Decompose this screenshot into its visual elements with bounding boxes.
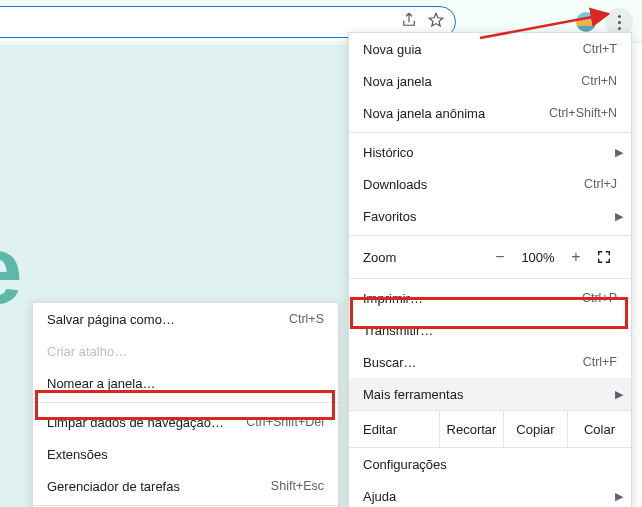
submenu-create-shortcut: Criar atalho… [33, 335, 338, 367]
menu-downloads[interactable]: DownloadsCtrl+J [349, 168, 631, 200]
chevron-right-icon: ▶ [615, 210, 623, 223]
chevron-right-icon: ▶ [615, 490, 623, 503]
bookmark-star-icon[interactable] [427, 11, 445, 29]
menu-new-tab[interactable]: Nova guiaCtrl+T [349, 33, 631, 65]
edit-label: Editar [349, 411, 439, 447]
chrome-main-menu: Nova guiaCtrl+T Nova janelaCtrl+N Nova j… [348, 32, 632, 507]
submenu-task-manager[interactable]: Gerenciador de tarefasShift+Esc [33, 470, 338, 502]
menu-bookmarks[interactable]: Favoritos▶ [349, 200, 631, 232]
menu-settings[interactable]: Configurações [349, 448, 631, 480]
share-icon[interactable] [400, 11, 418, 29]
zoom-label: Zoom [363, 250, 485, 265]
menu-help[interactable]: Ajuda▶ [349, 480, 631, 507]
zoom-value: 100% [515, 250, 561, 265]
menu-more-tools[interactable]: Mais ferramentas▶ [349, 378, 631, 410]
chevron-right-icon: ▶ [615, 388, 623, 401]
submenu-clear-browsing-data[interactable]: Limpar dados de navegação…Ctrl+Shift+Del [33, 406, 338, 438]
zoom-in-button[interactable]: + [561, 248, 591, 266]
menu-edit-row: Editar Recortar Copiar Colar [349, 410, 631, 448]
menu-print[interactable]: Imprimir…Ctrl+P [349, 282, 631, 314]
submenu-name-window[interactable]: Nomear a janela… [33, 367, 338, 399]
menu-cast[interactable]: Transmitir… [349, 314, 631, 346]
submenu-extensions[interactable]: Extensões [33, 438, 338, 470]
profile-avatar[interactable] [576, 12, 596, 32]
edit-paste[interactable]: Colar [567, 411, 631, 447]
menu-history[interactable]: Histórico▶ [349, 136, 631, 168]
menu-zoom: Zoom − 100% + [349, 239, 631, 275]
edit-copy[interactable]: Copiar [503, 411, 567, 447]
edit-cut[interactable]: Recortar [439, 411, 503, 447]
menu-new-window[interactable]: Nova janelaCtrl+N [349, 65, 631, 97]
chevron-right-icon: ▶ [615, 146, 623, 159]
fullscreen-icon[interactable] [591, 250, 617, 264]
submenu-save-page[interactable]: Salvar página como…Ctrl+S [33, 303, 338, 335]
google-logo-fragment: gle [0, 215, 20, 325]
zoom-out-button[interactable]: − [485, 248, 515, 266]
more-tools-submenu: Salvar página como…Ctrl+S Criar atalho… … [32, 302, 339, 507]
menu-incognito[interactable]: Nova janela anônimaCtrl+Shift+N [349, 97, 631, 129]
menu-find[interactable]: Buscar…Ctrl+F [349, 346, 631, 378]
